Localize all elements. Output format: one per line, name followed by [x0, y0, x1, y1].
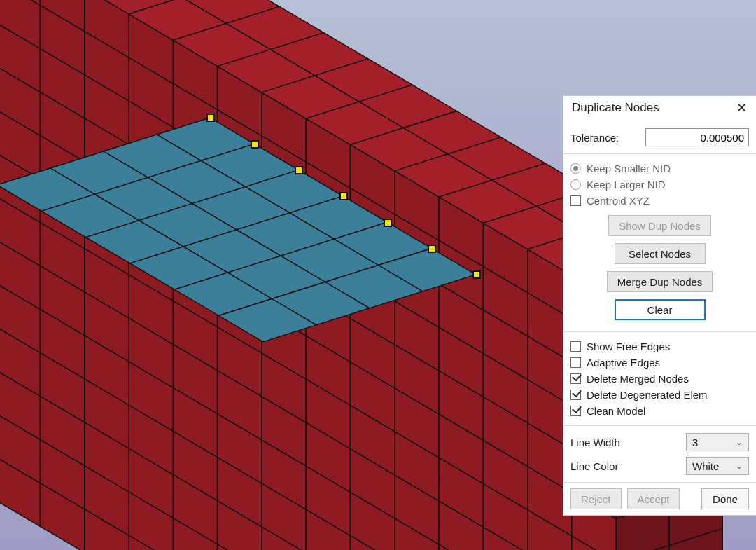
chevron-down-icon: ⌄ — [736, 461, 743, 471]
checkbox-delete-merged-nodes[interactable]: Delete Merged Nodes — [570, 373, 749, 385]
duplicate-nodes-panel: Duplicate Nodes ✕ Tolerance: Keep Smalle… — [563, 95, 756, 516]
checkbox-icon — [570, 357, 581, 368]
radio-dot-icon — [570, 163, 581, 174]
checkbox-delete-degenerated-elem[interactable]: Delete Degenerated Elem — [570, 389, 749, 401]
duplicate-node-marker[interactable] — [295, 166, 303, 174]
show-dup-nodes-button[interactable]: Show Dup Nodes — [608, 215, 711, 236]
duplicate-node-marker[interactable] — [384, 219, 392, 227]
checkbox-clean-model[interactable]: Clean Model — [570, 405, 749, 417]
checkbox-centroid-xyz[interactable]: Centroid XYZ — [570, 195, 749, 207]
checkbox-icon — [570, 390, 581, 400]
checkbox-icon — [570, 406, 581, 416]
chevron-down-icon: ⌄ — [736, 437, 743, 447]
line-color-select[interactable]: White ⌄ — [686, 457, 749, 475]
radio-keep-larger-nid[interactable]: Keep Larger NID — [570, 179, 749, 191]
merge-dup-nodes-button[interactable]: Merge Dup Nodes — [607, 271, 713, 292]
tolerance-input[interactable] — [645, 128, 749, 146]
line-width-select[interactable]: 3 ⌄ — [686, 433, 749, 451]
duplicate-node-marker[interactable] — [428, 245, 436, 253]
duplicate-node-marker[interactable] — [472, 270, 481, 279]
radio-dot-icon — [570, 179, 581, 190]
line-width-label: Line Width — [570, 436, 620, 448]
checkbox-icon — [570, 195, 581, 206]
tolerance-label: Tolerance: — [570, 132, 619, 144]
duplicate-node-marker[interactable] — [206, 114, 215, 122]
done-button[interactable]: Done — [701, 488, 749, 509]
panel-title: Duplicate Nodes — [572, 101, 659, 115]
clear-button[interactable]: Clear — [615, 299, 706, 320]
checkbox-icon — [570, 341, 581, 352]
select-nodes-button[interactable]: Select Nodes — [615, 243, 706, 264]
checkbox-show-free-edges[interactable]: Show Free Edges — [570, 341, 749, 352]
radio-keep-smaller-nid[interactable]: Keep Smaller NID — [570, 163, 749, 174]
close-icon[interactable]: ✕ — [734, 100, 749, 116]
accept-button[interactable]: Accept — [627, 488, 680, 509]
duplicate-node-marker[interactable] — [251, 140, 259, 149]
line-color-label: Line Color — [570, 460, 618, 472]
duplicate-node-marker[interactable] — [340, 192, 348, 200]
reject-button[interactable]: Reject — [570, 488, 622, 509]
checkbox-adaptive-edges[interactable]: Adaptive Edges — [570, 357, 749, 369]
checkbox-icon — [570, 373, 581, 384]
